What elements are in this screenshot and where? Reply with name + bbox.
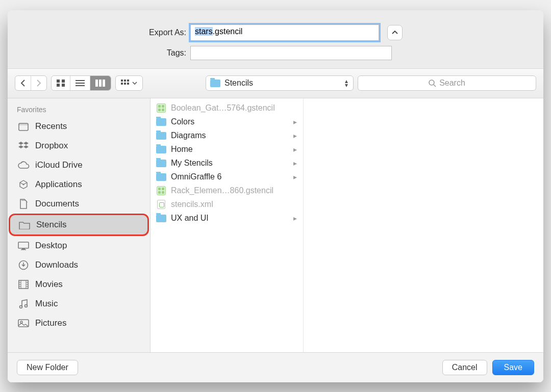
sidebar-item-desktop[interactable]: Desktop: [8, 236, 150, 255]
svg-rect-3: [62, 84, 65, 87]
sidebar-item-label: Music: [35, 299, 58, 309]
export-as-row: Export As: stars.gstencil: [28, 24, 523, 41]
sidebar-item-movies[interactable]: Movies: [8, 275, 150, 294]
sidebar-item-recents[interactable]: Recents: [8, 117, 150, 136]
file-row[interactable]: Boolean_Gat…5764.gstencil: [151, 101, 303, 115]
group-grid-icon: [121, 80, 130, 87]
search-icon: [429, 80, 436, 87]
chevron-right-icon: ▸: [293, 173, 297, 181]
dialog-footer: New Folder Cancel Save: [8, 353, 543, 382]
back-button[interactable]: [15, 76, 31, 90]
svg-rect-9: [103, 80, 105, 87]
folder-icon: [156, 146, 166, 153]
preview-column: [304, 98, 543, 352]
sidebar-item-label: Dropbox: [35, 141, 68, 151]
current-folder-popup[interactable]: Stencils ▴▾: [206, 75, 354, 91]
sidebar-item-icloud-drive[interactable]: iCloud Drive: [8, 155, 150, 175]
documents-icon: [17, 198, 30, 210]
svg-rect-11: [124, 80, 126, 82]
dialog-header: Export As: stars.gstencil Tags:: [8, 10, 543, 69]
svg-rect-19: [19, 123, 28, 125]
file-row[interactable]: stencils.xml: [151, 198, 303, 212]
sidebar-item-applications[interactable]: Applications: [8, 175, 150, 194]
column-view-button[interactable]: [90, 76, 111, 90]
filename-rest-text: .gstencil: [213, 27, 243, 36]
file-row[interactable]: UX and UI▸: [151, 212, 303, 225]
svg-rect-1: [62, 80, 65, 83]
search-input[interactable]: Search: [358, 75, 536, 91]
forward-button[interactable]: [31, 76, 46, 90]
chevron-down-icon: [132, 82, 137, 85]
file-row[interactable]: OmniGraffle 6▸: [151, 170, 303, 184]
list-icon: [76, 80, 85, 87]
file-row[interactable]: Colors▸: [151, 115, 303, 129]
movies-icon: [17, 279, 30, 290]
folder-icon: [210, 80, 220, 87]
group-by-button[interactable]: [115, 75, 143, 91]
chevron-up-icon: [392, 31, 398, 35]
new-folder-button[interactable]: New Folder: [17, 360, 78, 375]
svg-rect-5: [76, 83, 85, 84]
file-row-label: My Stencils: [171, 159, 213, 168]
file-row[interactable]: Diagrams▸: [151, 129, 303, 143]
svg-rect-14: [124, 83, 126, 85]
icon-view-button[interactable]: [52, 76, 70, 90]
folder-icon: [156, 132, 166, 140]
svg-rect-22: [22, 248, 25, 249]
sidebar-item-pictures[interactable]: Pictures: [8, 313, 150, 333]
sidebar-item-label: Recents: [35, 121, 67, 132]
file-row-label: Boolean_Gat…5764.gstencil: [171, 103, 275, 113]
tags-row: Tags:: [28, 46, 523, 60]
svg-rect-15: [127, 83, 129, 85]
sidebar-item-downloads[interactable]: Downloads: [8, 255, 150, 275]
svg-rect-23: [21, 249, 26, 250]
chevron-left-icon: [20, 80, 26, 87]
sidebar-item-label: Movies: [35, 279, 63, 290]
tags-input[interactable]: [190, 46, 392, 60]
columns-icon: [95, 80, 106, 87]
svg-rect-0: [57, 80, 60, 83]
svg-line-17: [434, 85, 436, 87]
filename-input[interactable]: stars.gstencil: [190, 24, 379, 41]
cancel-button[interactable]: Cancel: [442, 360, 487, 375]
downloads-icon: [17, 259, 30, 271]
toolbar: Stencils ▴▾ Search: [8, 69, 543, 98]
pictures-icon: [17, 318, 30, 329]
file-column: Boolean_Gat…5764.gstencilColors▸Diagrams…: [151, 98, 304, 352]
list-view-button[interactable]: [70, 76, 90, 90]
file-row-label: OmniGraffle 6: [171, 172, 221, 181]
folder-icon: [18, 219, 31, 230]
sidebar-item-label: Pictures: [35, 318, 66, 328]
gstencil-icon: [157, 103, 166, 113]
file-row[interactable]: Home▸: [151, 143, 303, 156]
gstencil-icon: [157, 186, 166, 195]
save-dialog: Export As: stars.gstencil Tags:: [8, 10, 543, 382]
file-browser: Favorites RecentsDropboxiCloud DriveAppl…: [8, 98, 543, 353]
file-row[interactable]: Rack_Elemen…860.gstencil: [151, 184, 303, 198]
svg-rect-8: [99, 80, 102, 87]
svg-point-34: [20, 305, 22, 308]
dropbox-icon: [17, 140, 30, 151]
sidebar-item-dropbox[interactable]: Dropbox: [8, 136, 150, 155]
recents-icon: [17, 121, 30, 132]
chevron-right-icon: ▸: [293, 159, 297, 167]
save-button[interactable]: Save: [492, 360, 534, 375]
chevron-right-icon: ▸: [293, 118, 297, 126]
music-icon: [17, 298, 30, 309]
file-row-label: UX and UI: [171, 214, 209, 223]
svg-rect-21: [18, 242, 29, 248]
stepper-arrows-icon: ▴▾: [345, 79, 348, 87]
svg-rect-4: [76, 80, 85, 81]
sidebar-heading: Favorites: [8, 103, 150, 117]
expand-toggle-button[interactable]: [387, 25, 403, 40]
svg-point-16: [429, 80, 434, 85]
sidebar-item-documents[interactable]: Documents: [8, 194, 150, 214]
file-row[interactable]: My Stencils▸: [151, 156, 303, 170]
cancel-label: Cancel: [452, 363, 478, 372]
sidebar-item-stencils[interactable]: Stencils: [9, 214, 149, 236]
sidebar-item-music[interactable]: Music: [8, 294, 150, 313]
file-row-label: stencils.xml: [171, 200, 213, 209]
svg-rect-12: [127, 80, 129, 82]
chevron-right-icon: ▸: [293, 214, 297, 222]
folder-icon: [156, 215, 166, 222]
